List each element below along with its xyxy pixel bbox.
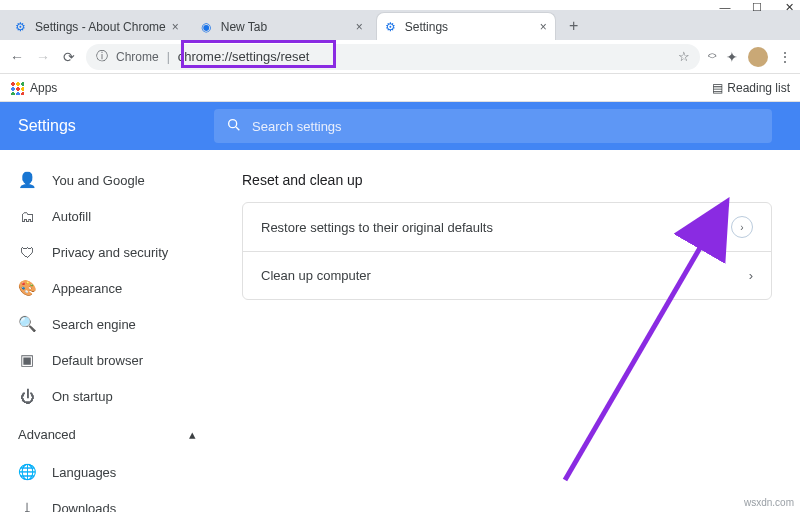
- bookmarks-bar: Apps ▤ Reading list: [0, 74, 800, 102]
- reading-list-button[interactable]: ▤ Reading list: [712, 81, 790, 95]
- sidebar-item-label: Downloads: [52, 501, 116, 513]
- search-input[interactable]: [252, 119, 760, 134]
- cloud-icon[interactable]: ⌔: [708, 49, 716, 65]
- tab-label: New Tab: [221, 20, 267, 34]
- star-icon[interactable]: ☆: [678, 49, 690, 64]
- avatar[interactable]: [748, 47, 768, 67]
- sidebar-item-label: Languages: [52, 465, 116, 480]
- apps-icon[interactable]: [10, 81, 24, 95]
- address-bar: ← → ⟳ ⓘ Chrome | chrome://settings/reset…: [0, 40, 800, 74]
- row-restore-defaults[interactable]: Restore settings to their original defau…: [243, 203, 771, 251]
- menu-icon[interactable]: ⋮: [778, 49, 792, 65]
- sidebar-item-on-startup[interactable]: ⏻On startup: [0, 378, 214, 414]
- power-icon: ⏻: [18, 388, 36, 405]
- sidebar-item-languages[interactable]: 🌐Languages: [0, 454, 214, 490]
- back-button[interactable]: ←: [8, 49, 26, 65]
- close-icon[interactable]: ×: [172, 20, 179, 34]
- sidebar-item-search-engine[interactable]: 🔍Search engine: [0, 306, 214, 342]
- tab-label: Settings - About Chrome: [35, 20, 166, 34]
- search-settings[interactable]: [214, 109, 772, 143]
- sidebar-advanced-toggle[interactable]: Advanced ▴: [0, 414, 214, 454]
- row-label: Restore settings to their original defau…: [261, 220, 493, 235]
- sidebar-item-privacy[interactable]: 🛡Privacy and security: [0, 234, 214, 270]
- extensions-icon[interactable]: ✦: [726, 49, 738, 65]
- search-icon: [226, 117, 242, 136]
- sidebar-item-label: On startup: [52, 389, 113, 404]
- window-titlebar: — ☐ ✕: [0, 0, 800, 10]
- site-chip: Chrome: [116, 50, 159, 64]
- palette-icon: 🎨: [18, 279, 36, 297]
- search-icon: 🔍: [18, 315, 36, 333]
- chevron-right-icon: ›: [749, 268, 753, 283]
- close-icon[interactable]: ×: [540, 20, 547, 34]
- apps-button[interactable]: Apps: [30, 81, 57, 95]
- url-text: chrome://settings/reset: [178, 49, 310, 64]
- sidebar-item-label: Search engine: [52, 317, 136, 332]
- close-icon[interactable]: ×: [356, 20, 363, 34]
- sidebar-item-default-browser[interactable]: ▣Default browser: [0, 342, 214, 378]
- sidebar-item-you-and-google[interactable]: 👤You and Google: [0, 162, 214, 198]
- settings-header: Settings: [0, 102, 800, 150]
- tab-settings[interactable]: Settings ×: [376, 12, 556, 40]
- sidebar-item-label: Default browser: [52, 353, 143, 368]
- reading-list-label: Reading list: [727, 81, 790, 95]
- sidebar-item-label: Appearance: [52, 281, 122, 296]
- download-icon: ⭳: [18, 500, 36, 513]
- svg-line-1: [236, 127, 239, 130]
- row-clean-up-computer[interactable]: Clean up computer ›: [243, 251, 771, 299]
- tab-new-tab[interactable]: New Tab ×: [192, 12, 372, 40]
- chevron-up-icon: ▴: [189, 427, 196, 442]
- gear-icon: [15, 20, 29, 34]
- chrome-icon: [201, 20, 215, 34]
- window-close-button[interactable]: ✕: [782, 1, 796, 14]
- sidebar-item-appearance[interactable]: 🎨Appearance: [0, 270, 214, 306]
- section-title: Reset and clean up: [242, 172, 772, 188]
- site-info-icon[interactable]: ⓘ: [96, 48, 108, 65]
- window-maximize-button[interactable]: ☐: [750, 1, 764, 14]
- watermark: wsxdn.com: [744, 497, 794, 508]
- sidebar-item-label: You and Google: [52, 173, 145, 188]
- reset-card: Restore settings to their original defau…: [242, 202, 772, 300]
- window-minimize-button[interactable]: —: [718, 1, 732, 14]
- tab-strip: Settings - About Chrome × New Tab × Sett…: [0, 10, 800, 40]
- globe-icon: 🌐: [18, 463, 36, 481]
- omnibox[interactable]: ⓘ Chrome | chrome://settings/reset ☆: [86, 44, 700, 70]
- autofill-icon: 🗂: [18, 208, 36, 225]
- tab-label: Settings: [405, 20, 448, 34]
- sidebar-item-label: Autofill: [52, 209, 91, 224]
- sidebar-item-downloads[interactable]: ⭳Downloads: [0, 490, 214, 512]
- advanced-label: Advanced: [18, 427, 76, 442]
- gear-icon: [385, 20, 399, 34]
- page-title: Settings: [0, 117, 214, 135]
- person-icon: 👤: [18, 171, 36, 189]
- svg-point-0: [229, 119, 237, 127]
- main-panel: Reset and clean up Restore settings to t…: [214, 150, 800, 512]
- sidebar-item-autofill[interactable]: 🗂Autofill: [0, 198, 214, 234]
- new-tab-button[interactable]: +: [560, 12, 588, 40]
- forward-button[interactable]: →: [34, 49, 52, 65]
- shield-icon: 🛡: [18, 244, 36, 261]
- row-label: Clean up computer: [261, 268, 371, 283]
- browser-icon: ▣: [18, 351, 36, 369]
- reload-button[interactable]: ⟳: [60, 49, 78, 65]
- sidebar: 👤You and Google 🗂Autofill 🛡Privacy and s…: [0, 150, 214, 512]
- reading-list-icon: ▤: [712, 81, 723, 95]
- tab-settings-about[interactable]: Settings - About Chrome ×: [6, 12, 188, 40]
- chevron-right-icon: ›: [731, 216, 753, 238]
- sidebar-item-label: Privacy and security: [52, 245, 168, 260]
